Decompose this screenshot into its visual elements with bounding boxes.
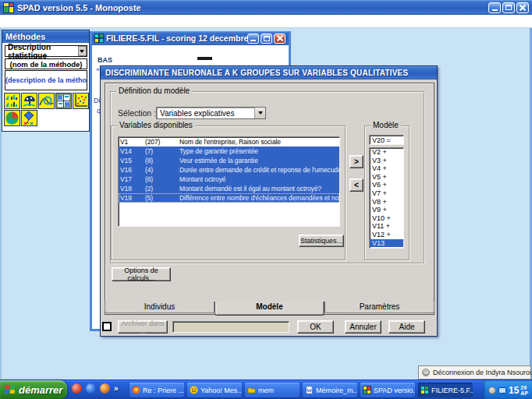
filiere-maximize-icon[interactable] — [261, 34, 272, 44]
histogram-icon[interactable] — [4, 93, 20, 109]
model-item[interactable]: V10 + — [370, 214, 403, 223]
close-icon[interactable] — [516, 2, 529, 13]
tray-clock[interactable]: 15 29 AP — [509, 385, 528, 396]
definition-groupbox-label: Définition du modèle — [116, 87, 192, 96]
tab-parametres[interactable]: Paramètres — [325, 302, 434, 313]
disconnect-notification[interactable]: Déconnexion de Indyra Nsourou — [418, 365, 531, 380]
variable-row[interactable]: V1(207)Nom de l'entreprise, Raison socia… — [119, 137, 339, 147]
tray-status-icon[interactable] — [488, 387, 496, 394]
method-family-value: Description statistique — [8, 43, 78, 60]
variable-row[interactable]: V16(4)Durée entre demande de crédit et r… — [119, 165, 339, 175]
selection-dropdown[interactable]: Variables explicatives — [156, 107, 266, 119]
variable-row[interactable]: V18(2)Montant demandé est il égal au mon… — [119, 184, 339, 193]
word-document-icon — [305, 386, 314, 394]
table-icon[interactable] — [55, 93, 72, 109]
start-label: démarrer — [19, 384, 62, 396]
quick-launch: » — [72, 383, 119, 394]
ok-button[interactable]: OK — [297, 320, 334, 334]
spad-icon — [363, 386, 371, 394]
tab-individus[interactable]: Individus — [105, 302, 215, 313]
model-groupbox-label: Modèle — [371, 121, 401, 130]
variable-row[interactable]: V14(7)Type de garantie présentée — [119, 147, 339, 156]
methodes-panel-titlebar[interactable]: Méthodes — [2, 30, 89, 43]
tab-modele[interactable]: Modèle — [215, 302, 325, 316]
tray-display-icon[interactable] — [498, 387, 506, 394]
task-button-mail[interactable]: Re : Priere ... — [129, 383, 184, 397]
kite-icon[interactable] — [21, 110, 37, 126]
variables-listbox[interactable]: V1(207)Nom de l'entreprise, Raison socia… — [118, 136, 340, 227]
method-family-dropdown[interactable]: Description statistique — [5, 45, 87, 57]
variable-row[interactable]: V15(8)Veur estimée de la garantie — [119, 156, 339, 165]
variable-row[interactable]: V17(6)Montant octroyé — [119, 175, 339, 184]
screen: SPAD version 5.5 - Monoposte Méthodes De… — [0, 0, 532, 399]
model-target-field[interactable]: V20 = — [369, 135, 404, 145]
statistics-button[interactable]: Statistiques... — [299, 235, 344, 247]
internet-explorer-icon[interactable] — [86, 383, 96, 394]
method-icon-grid — [4, 93, 90, 126]
model-listbox[interactable]: V2 + V3 + V4 + V5 + V6 + V7 + V8 + V9 + … — [369, 147, 404, 249]
model-item[interactable]: V5 + — [370, 173, 403, 182]
quick-launch-overflow-icon[interactable]: » — [114, 384, 119, 393]
calculation-options-button[interactable]: Options de calculs... — [112, 267, 171, 281]
filiere-titlebar[interactable]: FILIERE-5.FIL - scoring 12 decembre — [92, 31, 289, 45]
variable-row[interactable]: V19(5)Différence entre nombre d'échéance… — [119, 193, 339, 203]
start-button[interactable]: démarrer — [0, 380, 67, 399]
filiere-text-fragment: BAS — [98, 56, 112, 64]
filiere-toolbar-fragment — [197, 57, 212, 60]
system-tray: 15 29 AP — [483, 380, 532, 399]
disconnect-icon — [422, 369, 430, 376]
menu-bar[interactable] — [0, 15, 532, 28]
main-window-title: SPAD version 5.5 - Monoposte — [17, 3, 141, 12]
filiere-title: FILIERE-5.FIL - scoring 12 decembre — [106, 34, 247, 43]
methodes-panel-title: Méthodes — [5, 32, 45, 41]
yahoo-messenger-icon — [190, 386, 198, 394]
archive-checkbox[interactable] — [102, 322, 112, 331]
task-button-yahoo[interactable]: Yahoo! Mes... — [187, 383, 242, 397]
disconnect-text: Déconnexion de Indyra Nsourou — [433, 369, 532, 376]
model-item[interactable]: V11 + — [370, 222, 403, 231]
main-window-titlebar[interactable]: SPAD version 5.5 - Monoposte — [0, 0, 532, 15]
scatter-icon[interactable] — [73, 93, 89, 109]
curve-icon[interactable] — [38, 93, 55, 109]
chevron-down-icon[interactable] — [78, 46, 87, 56]
model-item[interactable]: V2 + — [370, 148, 403, 157]
model-item[interactable]: V6 + — [370, 181, 403, 189]
model-item[interactable]: V9 + — [370, 206, 403, 214]
messenger-icon[interactable] — [72, 383, 82, 394]
chevron-down-icon[interactable] — [254, 108, 265, 118]
firefox-icon — [132, 386, 140, 394]
maximize-icon[interactable] — [502, 2, 515, 13]
model-item[interactable]: V7 + — [370, 189, 403, 198]
task-button-spad[interactable]: SPAD versio... — [360, 383, 415, 397]
selection-label: Sélection : — [118, 108, 156, 118]
archive-button[interactable]: Archiver dans ... — [118, 320, 168, 334]
umbrella-icon[interactable] — [21, 93, 37, 109]
archive-path-field[interactable] — [172, 321, 289, 333]
spad-app-icon — [3, 2, 14, 13]
variables-groupbox-label: Variables disponibles — [117, 121, 195, 130]
dialog-titlebar[interactable]: DISCRIMINANTE NEURONALE A K GROUPES SUR … — [101, 66, 437, 79]
dialog-title: DISCRIMINANTE NEURONALE A K GROUPES SUR … — [105, 69, 408, 77]
cancel-button[interactable]: Annuler — [345, 320, 381, 334]
task-button-word[interactable]: Mémoire_m... — [303, 383, 357, 397]
methodes-panel: Méthodes Description statistique (nom de… — [2, 30, 90, 132]
move-right-button[interactable]: > — [349, 155, 364, 168]
model-item[interactable]: V8 + — [370, 198, 403, 207]
task-button-filiere[interactable]: FILIERE-5.F... — [418, 383, 473, 397]
model-item[interactable]: V12 + — [370, 231, 403, 239]
pie-chart-icon[interactable] — [4, 110, 20, 126]
filiere-close-icon[interactable] — [274, 34, 286, 44]
model-item[interactable]: V13 — [370, 239, 403, 248]
model-item[interactable]: V3 + — [370, 157, 403, 165]
method-description-box: (description de la méthode) — [5, 70, 87, 90]
minimize-icon[interactable] — [488, 2, 501, 13]
move-left-button[interactable]: < — [349, 178, 364, 192]
filiere-minimize-icon[interactable] — [247, 34, 259, 44]
browser-icon[interactable] — [100, 383, 110, 394]
method-name-box: (nom de la méthode) — [5, 58, 87, 69]
windows-logo-icon — [4, 385, 16, 395]
task-button-folder[interactable]: mem — [245, 383, 300, 397]
filiere-app-icon — [94, 34, 104, 43]
help-button[interactable]: Aide — [388, 320, 425, 334]
model-item[interactable]: V4 + — [370, 164, 403, 173]
